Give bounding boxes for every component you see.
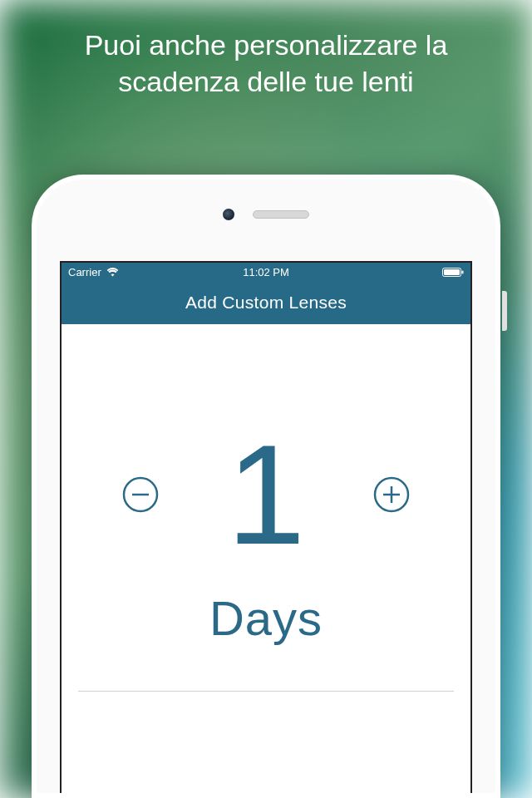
- main-content: 1 Days: [62, 324, 470, 692]
- battery-icon: [442, 268, 464, 277]
- minus-circle-icon: [122, 476, 159, 513]
- promo-headline: Puoi anche personalizzare la scadenza de…: [0, 27, 532, 100]
- days-unit: Days: [62, 590, 470, 646]
- plus-circle-icon: [373, 476, 410, 513]
- phone-speaker-area: [223, 209, 309, 220]
- status-bar: Carrier 11:02 PM: [62, 263, 470, 281]
- divider: [78, 691, 454, 692]
- days-value: 1: [227, 424, 306, 565]
- decrement-button[interactable]: [120, 474, 161, 515]
- svg-rect-2: [462, 270, 464, 273]
- phone-camera: [223, 209, 234, 220]
- wifi-icon: [106, 268, 119, 277]
- status-time: 11:02 PM: [243, 266, 289, 278]
- carrier-label: Carrier: [68, 266, 101, 278]
- phone-speaker: [253, 210, 309, 219]
- phone-screen: Carrier 11:02 PM: [60, 261, 472, 793]
- svg-rect-1: [444, 269, 460, 275]
- phone-power-button: [502, 291, 507, 331]
- nav-title: Add Custom Lenses: [185, 293, 347, 313]
- increment-button[interactable]: [371, 474, 412, 515]
- nav-bar: Add Custom Lenses: [62, 281, 470, 324]
- phone-device-frame: Carrier 11:02 PM: [32, 175, 500, 798]
